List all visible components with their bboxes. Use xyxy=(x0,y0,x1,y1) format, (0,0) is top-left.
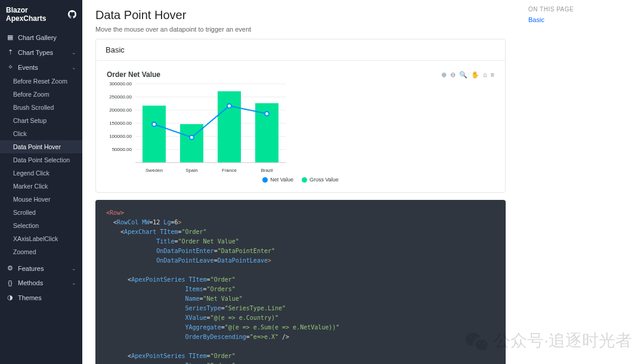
brand-name: Blazor ApexCharts xyxy=(6,6,64,23)
sidebar-item-scrolled[interactable]: Scrolled xyxy=(0,206,82,219)
chevron-down-icon: ⌄ xyxy=(72,50,76,55)
palette-icon: ◑ xyxy=(6,294,14,301)
legend-swatch xyxy=(302,177,307,183)
sidebar-item-data-point-selection[interactable]: Data Point Selection xyxy=(0,153,82,166)
main-content: Data Point Hover Move the mouse over an … xyxy=(82,0,519,364)
bar-france[interactable] xyxy=(213,84,246,162)
sidebar-item-brush-scrolled[interactable]: Brush Scrolled xyxy=(0,101,82,114)
bar-sweden[interactable] xyxy=(138,84,171,162)
nav-section-label: Events xyxy=(18,64,38,71)
sidebar-item-xaxislabelclick[interactable]: XAxisLabelClick xyxy=(0,232,82,245)
code-block[interactable]: <Row> <RowCol MW=12 Lg=6> <ApexChart TIt… xyxy=(95,200,506,364)
y-tick: 50000.00 xyxy=(112,147,132,152)
card-header: Basic xyxy=(96,39,505,61)
chevron-down-icon: ⌄ xyxy=(72,64,76,70)
y-tick: 300000.00 xyxy=(109,81,132,87)
grid-icon: ▦ xyxy=(6,33,14,41)
nav-section-label: Methods xyxy=(18,279,43,286)
nav-section-label: Chart Gallery xyxy=(18,34,57,41)
page-subtitle: Move the mouse over an datapoint to trig… xyxy=(95,26,506,33)
sidebar-item-selection[interactable]: Selection xyxy=(0,219,82,232)
nav-section-methods[interactable]: {}Methods⌄ xyxy=(0,276,82,290)
example-card: Basic Order Net Value ⊕⊖🔍✋⌂≡ 300000.0025… xyxy=(95,39,506,193)
chart-title: Order Net Value xyxy=(107,70,160,79)
sidebar-item-data-point-hover[interactable]: Data Point Hover xyxy=(0,140,82,153)
zoom-out-icon[interactable]: ⊖ xyxy=(450,71,456,79)
nav-section-events[interactable]: ✧Events⌄ xyxy=(0,60,82,75)
legend-item-net-value[interactable]: Net Value xyxy=(262,177,293,183)
chart-toolbar: ⊕⊖🔍✋⌂≡ xyxy=(441,71,494,79)
legend-item-gross-value[interactable]: Gross Value xyxy=(302,177,339,183)
zoom-icon[interactable]: 🔍 xyxy=(459,71,467,79)
brand[interactable]: Blazor ApexCharts xyxy=(0,0,82,30)
y-tick: 150000.00 xyxy=(109,121,132,126)
rail-title: ON THIS PAGE xyxy=(528,6,634,13)
x-label: Sweden xyxy=(138,168,171,173)
legend-label: Net Value xyxy=(270,177,293,183)
nav-section-label: Features xyxy=(18,265,44,272)
sidebar: Blazor ApexCharts ▦Chart Gallery⇡Chart T… xyxy=(0,0,82,364)
page-title: Data Point Hover xyxy=(95,8,506,22)
code-icon: {} xyxy=(6,279,14,286)
nav-section-features[interactable]: ⚙Features⌄ xyxy=(0,261,82,276)
chevron-down-icon: ⌄ xyxy=(72,280,76,286)
nav-section-label: Themes xyxy=(18,294,42,301)
x-label: Brazil xyxy=(250,168,283,173)
rail-link-basic[interactable]: Basic xyxy=(528,16,634,23)
legend-label: Gross Value xyxy=(309,177,339,183)
pan-icon[interactable]: ✋ xyxy=(471,71,479,79)
sidebar-item-marker-click[interactable]: Marker Click xyxy=(0,180,82,193)
bar-spain[interactable] xyxy=(175,84,208,162)
github-icon[interactable] xyxy=(68,10,76,18)
x-label: France xyxy=(213,168,246,173)
sidebar-item-zoomed[interactable]: Zoomed xyxy=(0,245,82,258)
sidebar-item-before-zoom[interactable]: Before Zoom xyxy=(0,88,82,101)
nav-section-chart-types[interactable]: ⇡Chart Types⌄ xyxy=(0,45,82,60)
spark-icon: ✧ xyxy=(6,63,14,71)
zoom-in-icon[interactable]: ⊕ xyxy=(441,71,447,79)
x-label: Spain xyxy=(175,168,208,173)
sidebar-item-before-reset-zoom[interactable]: Before Reset Zoom xyxy=(0,75,82,88)
chart-plot-area[interactable]: 300000.00250000.00200000.00150000.001000… xyxy=(107,84,286,173)
bar-brazil[interactable] xyxy=(250,84,283,162)
on-this-page-rail: ON THIS PAGE Basic xyxy=(519,0,644,364)
y-tick: 250000.00 xyxy=(109,94,132,100)
menu-icon[interactable]: ≡ xyxy=(491,71,494,79)
y-tick: 200000.00 xyxy=(109,107,132,113)
nav-section-label: Chart Types xyxy=(18,49,53,56)
chart-legend: Net ValueGross Value xyxy=(107,177,494,183)
nav-section-themes[interactable]: ◑Themes xyxy=(0,290,82,305)
sidebar-item-mouse-hover[interactable]: Mouse Hover xyxy=(0,193,82,206)
nav-section-chart-gallery[interactable]: ▦Chart Gallery xyxy=(0,30,82,45)
chevron-down-icon: ⌄ xyxy=(72,266,76,272)
sidebar-item-legend-click[interactable]: Legend Click xyxy=(0,166,82,180)
legend-swatch xyxy=(262,177,268,183)
sidebar-item-chart-setup[interactable]: Chart Setup xyxy=(0,114,82,127)
chart-icon: ⇡ xyxy=(6,48,14,56)
feature-icon: ⚙ xyxy=(6,264,14,272)
y-tick: 100000.00 xyxy=(109,134,132,139)
reset-icon[interactable]: ⌂ xyxy=(483,71,487,79)
sidebar-item-click[interactable]: Click xyxy=(0,127,82,140)
